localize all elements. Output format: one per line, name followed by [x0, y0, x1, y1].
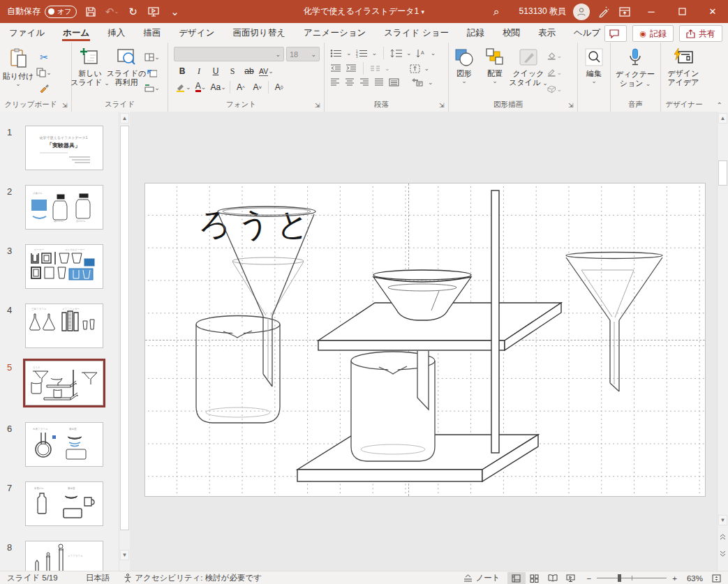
maximize-button[interactable]	[667, 0, 697, 23]
tab-slideshow[interactable]: スライド ショー	[375, 23, 458, 43]
shadow-button[interactable]: S	[224, 64, 241, 78]
text-highlight-button[interactable]: ⌄	[174, 80, 193, 94]
save-button[interactable]	[84, 5, 98, 19]
record-button[interactable]: ◉ 記録	[632, 25, 674, 42]
redo-button[interactable]: ↻	[126, 5, 140, 19]
fit-to-window-button[interactable]	[707, 572, 725, 584]
shape-fill-button[interactable]: ⌄	[547, 48, 562, 63]
slide-thumbnail-1[interactable]: 化学で使えるイラストデータ1 「実験器具」	[25, 126, 103, 170]
slide-thumbnail-8[interactable]: メスフラスコ	[25, 541, 103, 571]
tab-home[interactable]: ホーム	[54, 23, 98, 43]
comments-button[interactable]	[604, 25, 627, 42]
design-ideas-button[interactable]: デザインアイデア	[661, 43, 706, 97]
notes-toggle[interactable]: ノート	[456, 573, 507, 583]
reading-view-button[interactable]	[544, 572, 562, 584]
editor-scroll-thumb[interactable]	[718, 160, 727, 186]
tab-review[interactable]: 校閲	[493, 23, 529, 43]
arrange-button[interactable]: 配置 ⌄	[480, 43, 510, 97]
decrease-indent-button[interactable]	[330, 64, 341, 73]
thumbnail-scroll-thumb[interactable]	[120, 126, 129, 530]
text-direction-button[interactable]: A	[416, 49, 426, 58]
search-button[interactable]: ⌕	[493, 6, 500, 18]
increase-indent-button[interactable]	[346, 64, 357, 73]
bullets-button[interactable]	[330, 49, 342, 58]
line-spacing-button[interactable]	[390, 49, 402, 58]
slide-layout-button[interactable]: ⌄	[144, 50, 160, 65]
tab-record[interactable]: 記録	[458, 23, 493, 43]
increase-font-button[interactable]: A^	[232, 80, 249, 94]
scroll-up-icon[interactable]: ▲	[120, 113, 129, 123]
zoom-level[interactable]: 63%	[683, 574, 707, 583]
copy-button[interactable]: ⌄	[36, 65, 52, 80]
align-text-button[interactable]	[410, 64, 420, 73]
avatar[interactable]	[573, 3, 590, 20]
tab-help[interactable]: ヘルプ	[565, 23, 609, 43]
align-center-button[interactable]	[345, 78, 355, 86]
reset-slide-button[interactable]	[144, 65, 160, 80]
editing-button[interactable]: 編集 ⌄	[578, 43, 610, 97]
tab-insert[interactable]: 挿入	[98, 23, 134, 43]
underline-button[interactable]: U	[207, 64, 224, 78]
left-filter-paper[interactable]	[232, 257, 304, 379]
reuse-slides-button[interactable]: スライドの再利用	[108, 43, 144, 97]
customize-qat-button[interactable]: ⌄	[168, 5, 181, 19]
undo-button[interactable]: ↶⌄	[105, 5, 119, 19]
align-right-button[interactable]	[359, 78, 369, 86]
shape-effects-button[interactable]: ⌄	[547, 82, 562, 97]
slide-thumbnail-4[interactable]: 三角フラスコ メスシリンダー	[25, 304, 103, 348]
accessibility-status[interactable]: アクセシビリティ: 検討が必要です	[117, 573, 269, 583]
stand-rod[interactable]	[491, 190, 499, 453]
editor-scrollbar[interactable]: ▲ ▼	[717, 112, 728, 571]
paste-button[interactable]: 貼り付け ⌄	[0, 43, 36, 97]
slide-canvas[interactable]: ろうと	[144, 183, 706, 497]
previous-slide-button[interactable]	[718, 532, 727, 542]
slide-thumbnail-3[interactable]: ビーカー コニカルビーカー	[25, 244, 103, 289]
slide-thumbnail-5[interactable]: ろうと	[25, 361, 103, 405]
bold-button[interactable]: B	[174, 64, 191, 78]
numbering-button[interactable]: 123	[356, 49, 368, 58]
distribute-button[interactable]	[389, 78, 399, 87]
ribbon-display-options-button[interactable]	[618, 5, 632, 19]
shape-outline-button[interactable]: ⌄	[547, 65, 562, 80]
font-size-select[interactable]: 18⌄	[286, 47, 320, 61]
decrease-font-button[interactable]: A˅	[249, 80, 266, 94]
zoom-out-button[interactable]: −	[580, 574, 593, 583]
scroll-down-icon[interactable]: ▼	[718, 515, 727, 525]
tab-animations[interactable]: アニメーション	[295, 23, 375, 43]
new-slide-button[interactable]: 新しいスライド ⌄	[72, 43, 108, 97]
language-indicator[interactable]: 日本語	[79, 573, 117, 583]
slide-thumbnail-6[interactable]: 丸底フラスコ 蒸発皿	[25, 422, 103, 467]
font-name-select[interactable]: ⌄	[174, 47, 284, 61]
slide-title-text[interactable]: ろうと	[198, 205, 315, 243]
tab-view[interactable]: 表示	[529, 23, 565, 43]
scroll-down-icon[interactable]: ▼	[120, 550, 129, 560]
tab-transitions[interactable]: 画面切り替え	[223, 23, 295, 43]
next-slide-button[interactable]	[718, 548, 727, 559]
zoom-slider-thumb[interactable]	[618, 574, 621, 582]
right-filter-paper[interactable]	[581, 270, 634, 384]
section-button[interactable]: ⌄	[144, 80, 160, 96]
autosave-toggle[interactable]: 自動保存 オフ	[7, 6, 77, 18]
share-button[interactable]: 共有	[679, 25, 722, 42]
dictation-button[interactable]: ディクテーション ⌄	[611, 43, 660, 97]
italic-button[interactable]: I	[191, 64, 207, 78]
normal-view-button[interactable]	[507, 572, 526, 584]
change-case-button[interactable]: Aa⌄	[209, 80, 228, 94]
slideshow-view-button[interactable]	[562, 572, 580, 584]
font-color-button[interactable]: A⌄	[193, 80, 209, 94]
start-slideshow-button[interactable]	[147, 5, 161, 19]
ink-pen-button[interactable]	[597, 5, 611, 19]
quick-styles-button[interactable]: クイックスタイル ⌄	[510, 43, 547, 97]
slide-thumbnail-2[interactable]: 試薬びん 細口びん 広口びん	[25, 185, 103, 230]
align-left-button[interactable]	[330, 78, 340, 86]
collapse-ribbon-button[interactable]: ⌃	[717, 101, 722, 109]
slide-counter[interactable]: スライド 5/19	[0, 573, 65, 583]
slide-thumbnail-7[interactable]: 集気びん 蒸発皿	[25, 481, 103, 526]
tab-draw[interactable]: 描画	[134, 23, 170, 43]
minimize-button[interactable]: ─	[636, 0, 667, 23]
close-button[interactable]: ✕	[697, 0, 728, 23]
scroll-up-icon[interactable]: ▲	[718, 113, 727, 123]
shapes-button[interactable]: 図形 ⌄	[449, 43, 480, 97]
strikethrough-button[interactable]: ab	[241, 64, 258, 78]
clear-formatting-button[interactable]: A◊	[271, 80, 288, 94]
